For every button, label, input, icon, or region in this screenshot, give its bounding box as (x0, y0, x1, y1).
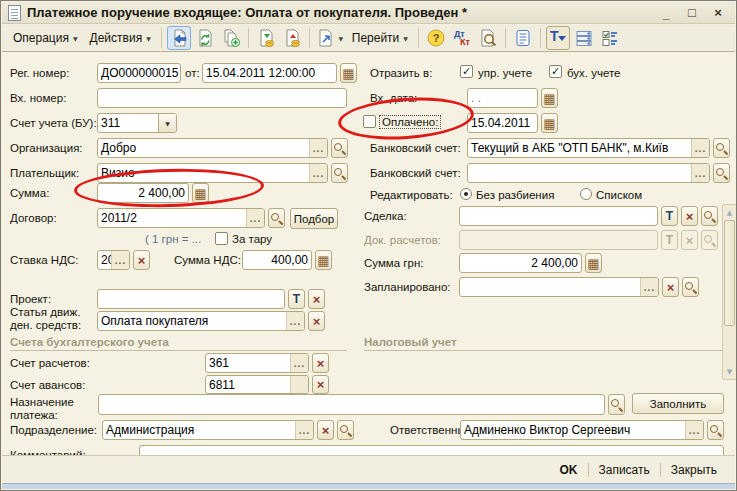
contract-value[interactable]: 2011/2 (98, 209, 246, 227)
reg-date-value[interactable]: 15.04.2011 12:00:00 (203, 64, 336, 82)
lookup-button[interactable] (337, 420, 354, 440)
clear-icon[interactable]: × (317, 420, 334, 440)
planned-value[interactable] (460, 278, 640, 296)
ellipsis-icon[interactable]: ... (309, 139, 327, 157)
paid-date-value[interactable]: 15.04.2011 (468, 114, 537, 132)
project-field[interactable]: T × (97, 289, 325, 309)
reread-document-button[interactable] (193, 26, 217, 50)
organization-field[interactable]: Добро ... (97, 138, 348, 158)
deal-value[interactable] (460, 207, 657, 225)
ellipsis-icon[interactable]: ... (246, 209, 264, 227)
pick-button[interactable]: Подбор (290, 208, 338, 229)
check-posting-button[interactable] (476, 26, 500, 50)
clear-icon[interactable]: × (312, 375, 329, 394)
department-value[interactable]: Администрация (103, 421, 295, 439)
clear-icon[interactable]: × (312, 353, 329, 373)
visibility-settings-button[interactable] (598, 26, 622, 50)
close-icon[interactable]: × (709, 5, 727, 21)
calendar-icon[interactable]: ▦ (541, 113, 558, 133)
scrollbar-thumb[interactable] (724, 220, 735, 326)
advance-account-value[interactable]: 6811 (206, 376, 290, 393)
combo-dropdown-icon[interactable]: ▼ (158, 114, 176, 132)
minimize-icon[interactable]: _ (657, 5, 675, 21)
input-on-basis-button[interactable]: ▼ (314, 26, 346, 50)
ellipsis-icon[interactable]: ... (111, 251, 129, 269)
fill-button[interactable]: Заполнить (632, 393, 724, 414)
settlement-account-field[interactable]: 361 ... × (205, 353, 329, 373)
calculator-icon[interactable]: ▦ (585, 253, 602, 273)
cash-flow-field[interactable]: Оплата покупателя ... × (97, 311, 325, 331)
paid-label[interactable]: Оплачено: (379, 115, 441, 129)
payer-value[interactable]: Визио (98, 164, 309, 182)
clear-icon[interactable]: × (133, 250, 150, 270)
amount-grn-value[interactable]: 2 400,00 (460, 254, 581, 272)
lookup-button[interactable] (701, 206, 718, 226)
scrollbar-track[interactable] (723, 326, 736, 364)
ellipsis-icon[interactable]: ... (309, 164, 327, 182)
operation-menu[interactable]: Операция ▼ (7, 28, 84, 48)
responsible-field[interactable]: Админенко Виктор Сергеевич ... (460, 420, 724, 440)
lookup-button[interactable] (268, 208, 285, 228)
text-edit-icon[interactable]: T (661, 206, 678, 226)
lookup-button[interactable] (331, 163, 348, 183)
lookup-button[interactable] (713, 138, 730, 158)
purpose-value[interactable] (99, 395, 604, 414)
actions-menu[interactable]: Действия ▼ (84, 28, 157, 48)
reg-number-field[interactable]: ДО000000015 (97, 63, 181, 83)
lookup-button[interactable] (713, 163, 730, 183)
paid-date-field[interactable]: 15.04.2011 ▦ (467, 113, 558, 133)
copy-document-button[interactable] (219, 26, 243, 50)
close-button[interactable]: Закрыть (661, 460, 727, 480)
deal-field[interactable]: T × (459, 206, 718, 226)
ellipsis-icon[interactable]: ... (290, 354, 308, 372)
in-date-value[interactable]: . . (468, 89, 537, 107)
advance-account-field[interactable]: 6811 × (205, 375, 329, 394)
purpose-field[interactable] (98, 394, 625, 415)
reg-number-value[interactable]: ДО000000015 (98, 64, 180, 82)
bank-account2-field[interactable]: ... (467, 163, 730, 183)
paid-checkbox[interactable] (363, 115, 376, 128)
amount-grn-field[interactable]: 2 400,00 ▦ (459, 253, 602, 273)
calculator-icon[interactable]: ▦ (315, 250, 332, 270)
ellipsis-icon[interactable]: ... (685, 421, 703, 439)
scroll-up-icon[interactable]: ▲ (723, 205, 736, 220)
bookkeeping-accounting-checkbox[interactable]: ✓ (549, 65, 562, 78)
ellipsis-icon[interactable]: ... (691, 139, 709, 157)
list-settings-button[interactable] (572, 26, 596, 50)
bank-account2-value[interactable] (468, 164, 691, 182)
vat-amount-value[interactable]: 400,00 (243, 251, 311, 269)
in-number-field[interactable] (97, 88, 347, 108)
account-bu-combo[interactable]: 311 ▼ (97, 113, 177, 133)
save-button[interactable]: Записать (589, 460, 660, 480)
scroll-down-icon[interactable]: ▼ (723, 364, 736, 379)
vat-rate-field[interactable]: 20% ... × (97, 250, 150, 270)
project-value[interactable] (98, 290, 284, 308)
maximize-icon[interactable]: □ (683, 5, 701, 21)
calculator-icon[interactable]: ▦ (192, 183, 209, 203)
management-accounting-checkbox[interactable]: ✓ (460, 65, 473, 78)
unpost-document-button[interactable] (280, 26, 304, 50)
ellipsis-icon[interactable]: ... (691, 164, 709, 182)
in-number-value[interactable] (98, 89, 346, 107)
ellipsis-icon[interactable]: ... (295, 421, 313, 439)
text-edit-icon[interactable]: T (288, 289, 305, 309)
amount-value[interactable]: 2 400,00 (98, 184, 188, 202)
clear-icon[interactable]: × (662, 277, 679, 297)
reg-date-field[interactable]: 15.04.2011 12:00:00 ▦ (202, 63, 357, 83)
lookup-button[interactable] (707, 420, 724, 440)
lookup-button[interactable] (608, 394, 625, 415)
vat-amount-field[interactable]: 400,00 ▦ (242, 250, 332, 270)
clear-icon[interactable]: × (308, 289, 325, 309)
settlement-account-value[interactable]: 361 (206, 354, 290, 372)
lookup-button[interactable] (331, 138, 348, 158)
goto-menu[interactable]: Перейти ▼ (346, 28, 414, 48)
planned-field[interactable]: ... × (459, 277, 699, 297)
account-bu-value[interactable]: 311 (98, 114, 158, 132)
ellipsis-icon[interactable]: ... (640, 278, 658, 296)
calendar-icon[interactable]: ▦ (340, 63, 357, 83)
help-button[interactable]: ? (424, 26, 448, 50)
contract-field[interactable]: 2011/2 ... (97, 208, 285, 228)
clear-icon[interactable]: × (681, 206, 698, 226)
as-list-radio[interactable] (580, 188, 592, 200)
payer-field[interactable]: Визио ... (97, 163, 348, 183)
